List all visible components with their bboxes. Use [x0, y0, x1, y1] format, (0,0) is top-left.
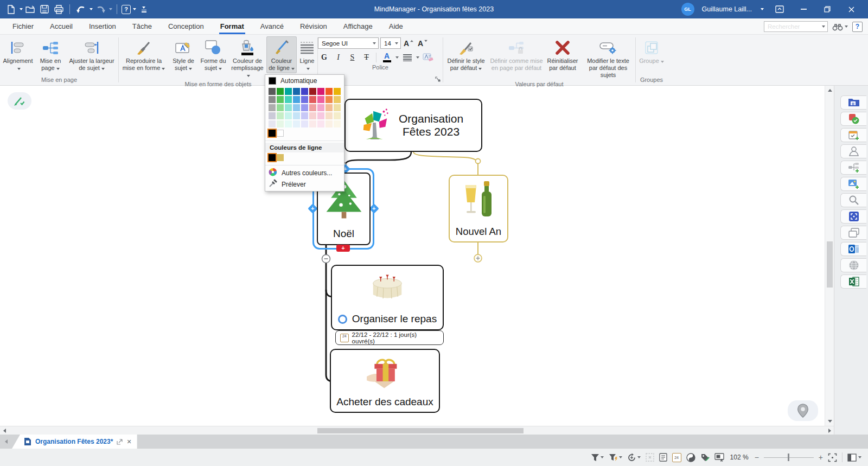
- resources-pane-button[interactable]: [840, 144, 866, 158]
- color-swatch[interactable]: [293, 112, 300, 119]
- markers-pane-button[interactable]: [840, 112, 866, 126]
- focus-pane-button[interactable]: [840, 209, 866, 224]
- line-spacing-button[interactable]: [400, 52, 414, 63]
- color-swatch[interactable]: [285, 112, 292, 119]
- save-icon[interactable]: [38, 3, 51, 16]
- reproduire-mise-en-forme-button[interactable]: Reproduire la mise en forme: [119, 36, 169, 73]
- color-swatch[interactable]: [334, 96, 341, 103]
- edit-mode-indicator[interactable]: [8, 92, 31, 110]
- font-size-select[interactable]: 14: [380, 37, 401, 49]
- color-swatch[interactable]: [269, 154, 276, 161]
- color-swatch[interactable]: [285, 104, 292, 111]
- restore-button[interactable]: [819, 3, 835, 16]
- power-filter-button[interactable]: [609, 452, 622, 463]
- vertical-scrollbar[interactable]: [825, 86, 834, 426]
- horizontal-scrollbar[interactable]: [0, 426, 834, 435]
- ajuster-largeur-button[interactable]: Ajuster la largeur de sujet: [66, 36, 117, 73]
- zoom-slider-handle[interactable]: [788, 454, 790, 461]
- progress-indicator[interactable]: [338, 315, 347, 324]
- document-tab[interactable]: Organisation Fêtes 2023* ✕: [12, 435, 137, 449]
- color-swatch[interactable]: [334, 112, 341, 119]
- menu-tab-tâche[interactable]: Tâche: [124, 18, 160, 34]
- notes-view-button[interactable]: [659, 452, 667, 463]
- forme-du-sujet-button[interactable]: Forme du sujet: [198, 36, 228, 73]
- map-parts-pane-button[interactable]: [840, 161, 866, 175]
- color-swatch[interactable]: [326, 104, 333, 111]
- color-swatch[interactable]: [277, 154, 284, 161]
- color-swatch[interactable]: [317, 96, 324, 103]
- clear-formatting-button[interactable]: [421, 52, 435, 63]
- scroll-down-arrow[interactable]: [825, 417, 834, 426]
- selection-mode-button[interactable]: [646, 452, 654, 463]
- undo-icon[interactable]: [74, 3, 87, 16]
- couleur-remplissage-button[interactable]: Couleur de remplissage: [228, 36, 266, 80]
- reinitialiser-defaut-button[interactable]: Réinitialiser par défaut: [544, 36, 581, 73]
- zoom-in-button[interactable]: +: [819, 454, 823, 461]
- color-swatch[interactable]: [269, 130, 276, 137]
- color-swatch[interactable]: [309, 120, 316, 127]
- menu-tab-format[interactable]: Format: [212, 18, 252, 34]
- modifier-texte-defaut-button[interactable]: Modifier le texte par défaut des sujets: [581, 36, 635, 80]
- menu-tab-accueil[interactable]: Accueil: [42, 18, 81, 34]
- couleur-ligne-button[interactable]: Couleur de ligne: [266, 36, 297, 73]
- horizontal-scroll-thumb[interactable]: [317, 428, 524, 433]
- color-swatch[interactable]: [269, 120, 276, 127]
- filter-button[interactable]: [591, 452, 604, 463]
- help-caret[interactable]: [133, 8, 136, 10]
- fit-map-button[interactable]: [828, 452, 837, 463]
- color-swatch[interactable]: [293, 104, 300, 111]
- alignement-button[interactable]: Alignement: [1, 36, 35, 73]
- menu-tab-conception[interactable]: Conception: [160, 18, 212, 34]
- scroll-right-arrow[interactable]: [825, 426, 834, 435]
- images-pane-button[interactable]: [840, 177, 866, 191]
- color-swatch[interactable]: [277, 96, 284, 103]
- close-button[interactable]: [843, 3, 859, 16]
- customize-toolbar-icon[interactable]: [137, 3, 150, 16]
- color-swatch[interactable]: [277, 120, 284, 127]
- grow-font-button[interactable]: A: [403, 37, 415, 49]
- color-swatch[interactable]: [285, 120, 292, 127]
- search-box[interactable]: [764, 21, 828, 32]
- color-swatch[interactable]: [317, 88, 324, 95]
- central-topic[interactable]: Organisation Fêtes 2023: [344, 99, 482, 152]
- strikethrough-button[interactable]: T: [360, 52, 373, 63]
- color-swatch[interactable]: [317, 104, 324, 111]
- color-swatch[interactable]: [334, 104, 341, 111]
- color-swatch[interactable]: [301, 120, 308, 127]
- color-swatch[interactable]: [326, 88, 333, 95]
- menu-tab-affichage[interactable]: Affichage: [335, 18, 381, 34]
- shrink-font-button[interactable]: A: [417, 37, 429, 49]
- color-swatch[interactable]: [334, 88, 341, 95]
- minimize-button[interactable]: [795, 3, 812, 16]
- windows-pane-button[interactable]: [840, 226, 866, 240]
- web-pane-button[interactable]: [840, 258, 866, 272]
- refresh-button[interactable]: [627, 452, 641, 463]
- color-swatch[interactable]: [277, 88, 284, 95]
- zoom-out-button[interactable]: −: [755, 454, 759, 461]
- color-swatch[interactable]: [301, 96, 308, 103]
- outlook-pane-button[interactable]: [840, 242, 866, 256]
- line-spacing-caret[interactable]: [416, 56, 419, 59]
- excel-pane-button[interactable]: [840, 275, 866, 289]
- ligne-button[interactable]: Ligne: [297, 36, 317, 73]
- color-swatch[interactable]: [309, 96, 316, 103]
- color-swatch[interactable]: [285, 96, 292, 103]
- new-document-caret[interactable]: [20, 8, 23, 10]
- color-swatch[interactable]: [269, 88, 276, 95]
- police-dialog-launcher-icon[interactable]: [435, 74, 441, 84]
- color-swatch[interactable]: [269, 112, 276, 119]
- search-caret[interactable]: [822, 25, 825, 28]
- color-swatch[interactable]: [301, 88, 308, 95]
- tab-nav-left-arrow[interactable]: [0, 435, 12, 449]
- topic-organiser-le-repas[interactable]: Organiser le repas: [331, 265, 444, 330]
- color-swatch[interactable]: [293, 88, 300, 95]
- menu-tab-aide[interactable]: Aide: [381, 18, 411, 34]
- color-swatch[interactable]: [309, 104, 316, 111]
- color-swatch[interactable]: [293, 120, 300, 127]
- menu-tab-insertion[interactable]: Insertion: [81, 18, 124, 34]
- color-swatch[interactable]: [277, 130, 284, 137]
- redo-icon[interactable]: [94, 3, 107, 16]
- definir-style-defaut-button[interactable]: Définir le style par défaut: [443, 36, 489, 73]
- color-swatch[interactable]: [334, 120, 341, 127]
- task-date-band[interactable]: 24 22/12 - 22/12 : 1 jour(s) ouvré(s): [335, 330, 444, 345]
